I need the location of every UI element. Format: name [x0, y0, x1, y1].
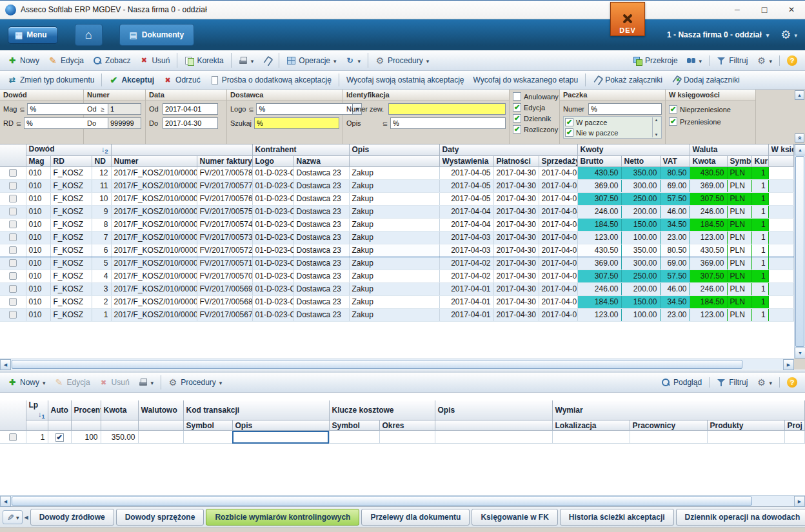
col-header-platnosci[interactable]: Płatności	[493, 155, 539, 166]
document-row[interactable]: 010F_KOSZ122017/F_KOSZ/010/000012FV/2017…	[0, 166, 794, 179]
cell-netto[interactable]: 350.00	[621, 166, 660, 179]
cell-faktura[interactable]: FV/2017/00577	[197, 179, 252, 192]
document-row[interactable]: 010F_KOSZ12017/F_KOSZ/010/000001FV/2017/…	[0, 308, 794, 321]
cell-vat[interactable]: 23.00	[660, 231, 690, 244]
cell-logo[interactable]: 01-D-023-C	[252, 231, 293, 244]
cell-platnosci[interactable]: 2017-04-30	[493, 192, 539, 205]
cell-wystawienia[interactable]: 2017-04-02	[439, 257, 493, 270]
cell-wystawienia[interactable]: 2017-04-01	[439, 295, 493, 308]
cell-mag[interactable]: 010	[26, 166, 50, 179]
scroll-left-button[interactable]: ◀	[0, 496, 11, 507]
cell-kurs[interactable]: 1	[751, 295, 768, 308]
cell-brutto[interactable]: 246.00	[577, 282, 621, 295]
cell-nazwa[interactable]: Dostawca 23	[293, 192, 349, 205]
cell-rd[interactable]: F_KOSZ	[50, 244, 92, 257]
cell-logo[interactable]: 01-D-023-C	[252, 218, 293, 231]
cell-kwota-wal[interactable]: 123.00	[690, 308, 727, 321]
check-row[interactable]: Anulowany	[513, 92, 556, 101]
tab-księgowanie-w-fk[interactable]: Księgowanie w FK	[472, 509, 557, 526]
checkbox[interactable]	[565, 128, 573, 137]
document-row[interactable]: 010F_KOSZ112017/F_KOSZ/010/000011FV/2017…	[0, 179, 794, 192]
cell-wystawienia[interactable]: 2017-04-02	[439, 270, 493, 282]
detail-new-button[interactable]: Nowy	[3, 375, 50, 389]
cell-opis[interactable]: Zakup	[349, 231, 439, 244]
cell-faktura[interactable]: FV/2017/00568	[197, 295, 252, 308]
cell-faktura[interactable]: FV/2017/00567	[197, 308, 252, 321]
collapse-filter-button[interactable]	[795, 133, 804, 143]
cell-brutto[interactable]: 246.00	[577, 205, 621, 218]
cell-nd[interactable]: 11	[92, 179, 111, 192]
cell-sprzedazy[interactable]: 2017-04-02	[539, 257, 577, 270]
cell-wksieg[interactable]	[768, 205, 793, 218]
cell-platnosci[interactable]: 2017-04-30	[493, 282, 539, 295]
document-row[interactable]: 010F_KOSZ72017/F_KOSZ/010/000007FV/2017/…	[0, 231, 794, 244]
chevron-down-icon[interactable]	[333, 56, 337, 65]
spinner-up-icon[interactable]: ▲	[655, 118, 659, 122]
cell-vat[interactable]: 34.50	[660, 218, 690, 231]
cell-mag[interactable]: 010	[26, 295, 50, 308]
col-header-walutowo[interactable]: Walutowo	[138, 400, 183, 420]
cell-brutto[interactable]: 369.00	[577, 257, 621, 270]
cell-brutto[interactable]: 369.00	[577, 179, 621, 192]
row-select-cell[interactable]	[0, 231, 26, 244]
detail-print-button[interactable]	[134, 375, 159, 389]
cell-sprzedazy[interactable]: 2017-04-05	[539, 166, 577, 179]
cell-kwota-wal[interactable]: 307.50	[690, 270, 727, 282]
tab-tools-button[interactable]	[3, 510, 23, 524]
grid-settings-button[interactable]	[752, 54, 777, 68]
add-attachments-button[interactable]: Dodaj załączniki	[667, 73, 744, 87]
cell-kk-symbol[interactable]	[329, 431, 379, 444]
cell-wksieg[interactable]	[768, 192, 793, 205]
cell-symbol-wal[interactable]: PLN	[727, 257, 751, 270]
company-selector[interactable]: 1 - Nasza firma 0 - oddział	[667, 30, 769, 39]
col-header-mag[interactable]: Mag	[26, 155, 50, 166]
spinner-down-icon[interactable]: ▼	[655, 133, 659, 137]
chevron-down-icon[interactable]	[769, 378, 772, 387]
cell-netto[interactable]: 150.00	[621, 295, 660, 308]
cell-kwota-wal[interactable]: 246.00	[690, 205, 727, 218]
cell-rd[interactable]: F_KOSZ	[50, 270, 92, 282]
cell-wystawienia[interactable]: 2017-04-04	[439, 205, 493, 218]
document-row[interactable]: 010F_KOSZ62017/F_KOSZ/010/000006FV/2017/…	[0, 244, 794, 257]
detail-horizontal-scrollbar[interactable]: ◀ ▶	[0, 495, 805, 506]
cell-netto[interactable]: 100.00	[621, 308, 660, 321]
group-header-wymiar[interactable]: Wymiar	[552, 400, 804, 420]
row-select-checkbox[interactable]	[9, 246, 17, 254]
cell-netto[interactable]: 200.00	[621, 282, 660, 295]
cell-opis[interactable]: Zakup	[349, 257, 439, 270]
tab-przelewy-dla-dokumentu[interactable]: Przelewy dla dokumentu	[361, 509, 470, 526]
cell-nd[interactable]: 8	[92, 218, 111, 231]
cell-kurs[interactable]: 1	[751, 282, 768, 295]
cell-rd[interactable]: F_KOSZ	[50, 192, 92, 205]
cell-wksieg[interactable]	[768, 308, 793, 321]
group-header-dowod[interactable]: Dowód2	[26, 144, 111, 155]
check-row[interactable]: Przeniesione	[669, 117, 752, 126]
check-row[interactable]: Nieprzeniesione	[669, 104, 752, 114]
row-select-checkbox[interactable]	[9, 433, 17, 441]
cell-faktura[interactable]: FV/2017/00570	[197, 270, 252, 282]
scrollbar-thumb[interactable]	[795, 156, 804, 347]
cell-rd[interactable]: F_KOSZ	[50, 166, 92, 179]
print-button[interactable]	[234, 54, 259, 68]
cell-walutowo[interactable]	[138, 431, 183, 444]
change-doc-type-button[interactable]: Zmień typ dokumentu	[3, 73, 99, 87]
cell-wksieg[interactable]	[768, 282, 793, 295]
cell-numer[interactable]: 2017/F_KOSZ/010/000006	[111, 244, 197, 257]
cell-kurs[interactable]: 1	[751, 166, 768, 179]
row-select-checkbox[interactable]	[9, 311, 17, 319]
maximize-button[interactable]	[751, 1, 778, 19]
cell-symbol-wal[interactable]: PLN	[727, 270, 751, 282]
cell-brutto[interactable]: 123.00	[577, 231, 621, 244]
group-header-wksieg[interactable]: W księg	[768, 144, 793, 155]
cell-symbol-wal[interactable]: PLN	[727, 295, 751, 308]
chevron-down-icon[interactable]	[43, 378, 46, 387]
cell-faktura[interactable]: FV/2017/00573	[197, 231, 252, 244]
row-select-cell[interactable]	[0, 282, 26, 295]
col-header-pracownicy[interactable]: Pracownicy	[630, 420, 707, 431]
cell-opis[interactable]	[435, 431, 552, 444]
cell-kwota[interactable]: 350.00	[101, 431, 138, 444]
chevron-down-icon[interactable]	[358, 56, 361, 65]
cell-nd[interactable]: 7	[92, 231, 111, 244]
cell-symbol-wal[interactable]: PLN	[727, 308, 751, 321]
vertical-scrollbar[interactable]: ▲ ▼	[794, 144, 805, 359]
